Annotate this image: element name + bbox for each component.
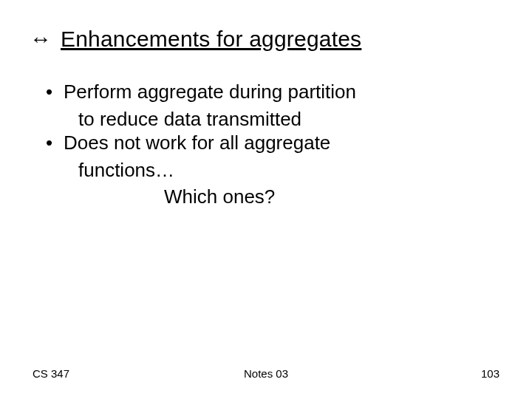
- footer: CS 347 Notes 03 103: [0, 367, 532, 380]
- title-text: Enhancements for aggregates: [61, 27, 361, 52]
- slide: ↔ Enhancements for aggregates • Perform …: [0, 0, 532, 399]
- bullet-continuation: to reduce data transmitted: [46, 107, 460, 132]
- bullet-text: Does not work for all aggregate: [64, 131, 460, 155]
- bullet-text: Perform aggregate during partition: [64, 80, 460, 104]
- bullet-icon: •: [46, 80, 64, 104]
- double-arrow-icon: ↔: [30, 27, 52, 52]
- footer-center: Notes 03: [244, 367, 288, 380]
- footer-left: CS 347: [33, 367, 69, 380]
- list-item: • Does not work for all aggregate: [46, 131, 460, 155]
- question-text: Which ones?: [46, 185, 460, 209]
- slide-title: ↔ Enhancements for aggregates: [30, 27, 361, 52]
- list-item: • Perform aggregate during partition: [46, 80, 460, 104]
- body: • Perform aggregate during partition to …: [46, 80, 460, 209]
- bullet-continuation: functions…: [46, 158, 460, 183]
- bullet-icon: •: [46, 131, 64, 155]
- footer-right: 103: [481, 367, 499, 380]
